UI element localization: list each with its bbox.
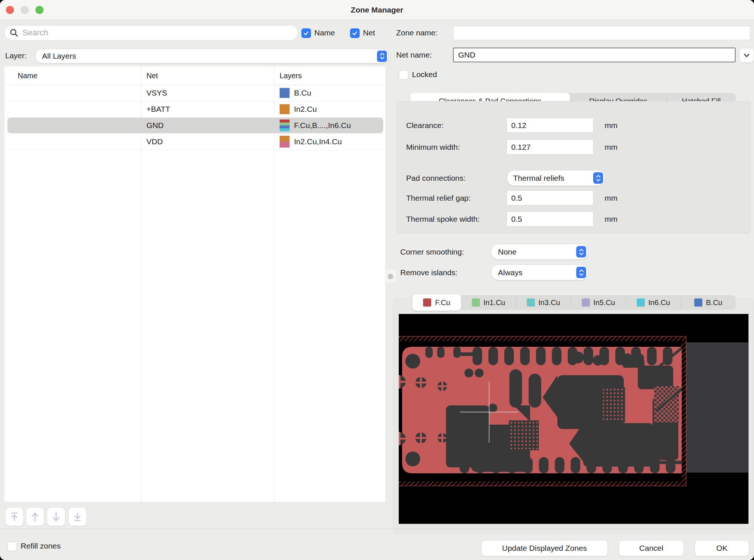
minimum-width-input[interactable]: 0.127 [506,139,594,155]
remove-islands-dropdown[interactable]: Always [491,265,588,280]
net-name-input[interactable]: GND [453,48,736,62]
layer-tab-in1cu[interactable]: In1.Cu [461,295,516,310]
layer-tab-bcu[interactable]: B.Cu [681,295,736,310]
search-input[interactable]: Search [4,25,298,41]
layer-tab-label: In5.Cu [594,298,615,307]
remove-islands-label: Remove islands: [400,268,457,277]
remove-islands-value: Always [498,268,523,277]
pcb-preview-graphic [399,314,748,524]
table-row-vsys[interactable]: VSYS B.Cu [4,85,385,101]
minimum-width-value: 0.127 [511,143,531,152]
net-name-dropdown-button[interactable] [739,48,754,63]
layer-color-swatch [280,120,290,131]
dropdown-stepper-icon [377,51,387,62]
layer-tab-label: B.Cu [706,298,722,307]
preview-layer-tab-bar: F.Cu In1.Cu In3.Cu In5.Cu In6.Cu B.Cu [412,295,736,310]
layer-color-swatch [280,104,290,114]
filter-net-label: Net [363,28,375,37]
dropdown-stepper-icon [576,267,586,278]
clearance-input[interactable]: 0.12 [506,118,594,133]
thermal-spoke-width-label: Thermal spoke width: [406,215,480,224]
move-to-bottom-icon [73,512,82,522]
thermal-relief-gap-unit: mm [605,194,618,203]
cancel-button[interactable]: Cancel [619,540,684,556]
thermal-spoke-width-value: 0.5 [511,215,522,224]
filter-net-checkbox[interactable] [350,28,360,38]
layer-color-swatch [472,298,480,307]
corner-smoothing-dropdown[interactable]: None [491,244,588,260]
search-icon [9,28,19,38]
cell-layers: F.Cu,B....,In6.Cu [294,117,351,134]
filter-name-checkbox[interactable] [301,28,311,38]
filter-name-label: Name [314,28,335,37]
layer-tab-label: F.Cu [435,298,450,307]
layer-tab-label: In3.Cu [539,298,560,307]
move-down-button[interactable] [47,507,65,526]
locked-checkbox[interactable] [399,70,408,80]
clearance-label: Clearance: [406,121,444,130]
corner-smoothing-label: Corner smoothing: [400,248,464,256]
move-to-top-icon [10,512,19,522]
pad-connections-dropdown[interactable]: Thermal reliefs [507,170,605,186]
move-to-top-button[interactable] [5,507,24,526]
layer-color-swatch [694,298,702,307]
ok-button[interactable]: OK [695,540,749,556]
layer-filter-label: Layer: [5,49,27,63]
search-placeholder: Search [23,28,48,38]
layer-color-swatch [280,136,290,148]
refill-zones-checkbox[interactable] [7,542,17,551]
move-down-icon [51,512,61,522]
layer-tab-fcu[interactable]: F.Cu [412,294,461,311]
pane-splitter-handle[interactable] [385,270,396,283]
locked-label: Locked [412,70,437,79]
table-row-batt[interactable]: +BATT In2.Cu [4,101,385,118]
column-header-net[interactable]: Net [146,66,158,85]
cell-layers: In2.Cu,In4.Cu [294,134,342,150]
dropdown-stepper-icon [576,246,586,257]
clearance-unit: mm [605,121,618,130]
layer-color-swatch [527,298,535,307]
column-header-layers[interactable]: Layers [280,66,302,85]
layer-filter-dropdown[interactable]: All Layers [35,49,389,63]
move-to-bottom-button[interactable] [68,507,87,526]
cell-net: +BATT [146,101,170,117]
layer-tab-label: In1.Cu [484,298,505,307]
layer-tab-in6cu[interactable]: In6.Cu [626,295,681,310]
net-name-value: GND [458,51,475,59]
layer-filter-value: All Layers [42,52,76,61]
layer-color-swatch [423,298,431,307]
clearance-value: 0.12 [511,121,526,130]
move-up-button[interactable] [26,507,44,526]
thermal-spoke-width-unit: mm [605,215,618,224]
net-name-label: Net name: [396,48,432,62]
check-icon [352,30,358,36]
check-icon [303,30,309,36]
thermal-relief-gap-value: 0.5 [511,194,522,203]
refill-zones-label: Refill zones [21,542,61,550]
zone-name-label: Zone name: [396,26,437,40]
pad-connections-label: Pad connections: [406,174,466,183]
pcb-zone-preview-canvas [399,314,748,524]
zone-name-input[interactable] [453,26,750,40]
table-row-vdd[interactable]: VDD In2.Cu,In4.Cu [4,134,385,150]
thermal-relief-gap-input[interactable]: 0.5 [506,190,594,205]
zone-manager-dialog: Zone Manager Search Name Net Layer: All … [0,0,754,560]
cell-net: VDD [146,134,163,150]
table-row-gnd-selected[interactable]: GND F.Cu,B....,In6.Cu [4,117,385,134]
dropdown-stepper-icon [593,172,603,184]
layer-tab-in5cu[interactable]: In5.Cu [571,295,626,310]
minimum-width-unit: mm [605,143,618,152]
layer-color-swatch [582,298,590,307]
cell-layers: B.Cu [294,85,311,101]
window-title: Zone Manager [0,0,754,20]
chevron-down-icon [743,53,750,58]
move-up-icon [30,512,40,522]
thermal-spoke-width-input[interactable]: 0.5 [506,211,594,227]
layer-tab-label: In6.Cu [648,298,670,307]
cell-layers: In2.Cu [294,101,317,117]
update-displayed-zones-button[interactable]: Update Displayed Zones [481,540,608,556]
layer-tab-in3cu[interactable]: In3.Cu [516,295,571,310]
zones-table: Name Net Layers VSYS B.Cu +BATT In2.Cu G… [4,66,386,502]
column-header-name[interactable]: Name [18,66,37,85]
table-header: Name Net Layers [4,66,385,85]
